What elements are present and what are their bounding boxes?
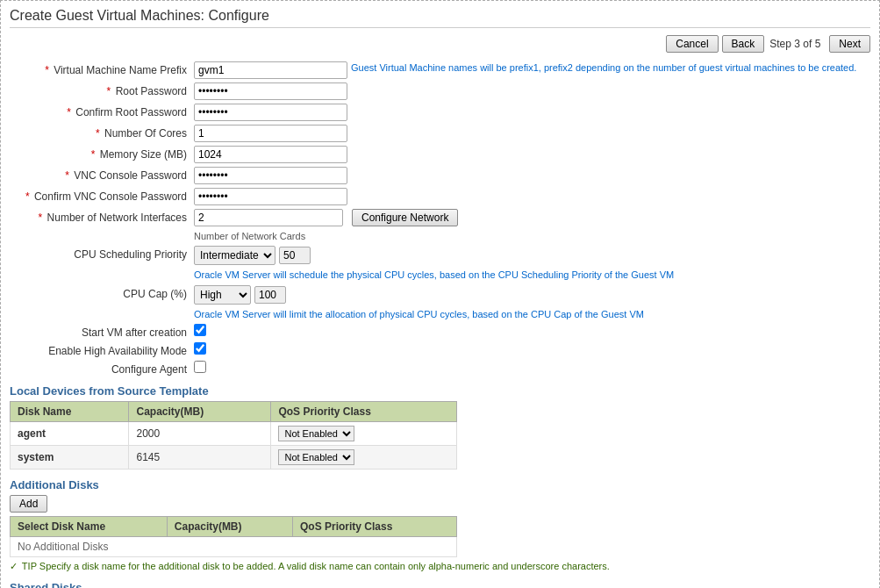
table-row: agent 2000 Not Enabled Low Normal High xyxy=(11,421,457,445)
qos-cell: Not Enabled Low Normal High xyxy=(271,445,457,469)
local-devices-table-body: agent 2000 Not Enabled Low Normal High s… xyxy=(11,421,457,469)
table-row: No Additional Disks xyxy=(11,536,457,556)
vnc-password-row: * VNC Console Password xyxy=(10,167,870,184)
start-vm-row: Start VM after creation xyxy=(10,324,870,339)
cpu-scheduling-row: CPU Scheduling Priority Low Normal Inter… xyxy=(10,246,870,265)
start-vm-label: Start VM after creation xyxy=(10,324,194,339)
page-container: Create Guest Virtual Machines: Configure… xyxy=(1,1,879,588)
num-network-cards-hint: Number of Network Cards xyxy=(194,230,720,242)
memory-size-input[interactable] xyxy=(194,146,347,163)
configure-agent-checkbox[interactable] xyxy=(194,361,206,373)
cpu-cap-select[interactable]: Low Normal High xyxy=(194,285,251,305)
local-devices-table-header: Disk Name Capacity(MB) QoS Priority Clas… xyxy=(11,401,457,421)
vnc-password-input[interactable] xyxy=(194,167,347,184)
col-disk-name: Disk Name xyxy=(11,401,129,421)
cpu-cap-num-input xyxy=(254,286,286,304)
configure-network-button[interactable]: Configure Network xyxy=(352,209,458,226)
confirm-vnc-password-input[interactable] xyxy=(194,188,347,205)
shared-disks-section: Shared Disks Add Select Shared Disk Name… xyxy=(10,581,870,588)
qos-select-agent[interactable]: Not Enabled Low Normal High xyxy=(278,426,354,441)
configure-agent-row: Configure Agent xyxy=(10,361,870,376)
additional-disks-add-button[interactable]: Add xyxy=(10,495,47,513)
col-qos: QoS Priority Class xyxy=(293,516,457,536)
num-network-interfaces-row: * Number of Network Interfaces Configure… xyxy=(10,209,870,226)
enable-ha-label: Enable High Availability Mode xyxy=(10,342,194,357)
num-network-interfaces-label: * Number of Network Interfaces xyxy=(10,209,194,224)
additional-disks-table-header: Select Disk Name Capacity(MB) QoS Priori… xyxy=(11,516,457,536)
table-row: system 6145 Not Enabled Low Normal High xyxy=(11,445,457,469)
disk-name-cell: agent xyxy=(11,421,129,445)
confirm-vnc-password-row: * Confirm VNC Console Password xyxy=(10,188,870,205)
root-password-label: * Root Password xyxy=(10,82,194,97)
tip-icon: ✓ xyxy=(10,561,18,571)
confirm-root-password-row: * Confirm Root Password xyxy=(10,104,870,121)
confirm-root-password-input[interactable] xyxy=(194,104,347,121)
top-bar: Cancel Back Step 3 of 5 Next xyxy=(10,35,870,53)
cancel-button[interactable]: Cancel xyxy=(666,35,718,53)
local-devices-section: Local Devices from Source Template Disk … xyxy=(10,384,870,470)
cpu-scheduling-group: Low Normal Intermediate High xyxy=(194,246,311,265)
disk-name-cell: system xyxy=(11,445,129,469)
cpu-scheduling-hint: Oracle VM Server will schedule the physi… xyxy=(194,269,720,281)
qos-select-system[interactable]: Not Enabled Low Normal High xyxy=(278,449,354,465)
vm-name-prefix-input[interactable] xyxy=(194,61,347,79)
col-qos: QoS Priority Class xyxy=(271,401,457,421)
num-cores-input[interactable] xyxy=(194,125,347,142)
num-cores-row: * Number Of Cores xyxy=(10,125,870,142)
col-capacity: Capacity(MB) xyxy=(167,516,292,536)
step-label: Step 3 of 5 xyxy=(769,38,820,50)
network-interfaces-group: Configure Network xyxy=(194,209,458,226)
cpu-cap-group: Low Normal High xyxy=(194,285,286,305)
root-password-row: * Root Password xyxy=(10,82,870,100)
shared-disks-title: Shared Disks xyxy=(10,581,870,588)
cpu-scheduling-num-input xyxy=(279,247,311,264)
confirm-root-password-label: * Confirm Root Password xyxy=(10,104,194,118)
memory-size-label: * Memory Size (MB) xyxy=(10,146,194,161)
vnc-password-label: * VNC Console Password xyxy=(10,167,194,182)
col-capacity: Capacity(MB) xyxy=(129,401,271,421)
confirm-vnc-password-label: * Confirm VNC Console Password xyxy=(10,188,194,203)
form-section: * Virtual Machine Name Prefix Guest Virt… xyxy=(10,61,870,376)
vm-name-hint: Guest Virtual Machine names will be pref… xyxy=(351,61,856,74)
vm-name-prefix-label: * Virtual Machine Name Prefix xyxy=(10,61,194,76)
additional-disks-table-body: No Additional Disks xyxy=(11,536,457,556)
additional-disks-title: Additional Disks xyxy=(10,478,870,491)
vm-name-prefix-row: * Virtual Machine Name Prefix Guest Virt… xyxy=(10,61,870,79)
additional-disks-section: Additional Disks Add Select Disk Name Ca… xyxy=(10,478,870,572)
col-select-disk: Select Disk Name xyxy=(11,516,168,536)
capacity-cell: 2000 xyxy=(129,421,271,445)
next-button[interactable]: Next xyxy=(829,35,870,53)
local-devices-title: Local Devices from Source Template xyxy=(10,384,870,398)
capacity-cell: 6145 xyxy=(129,445,271,469)
back-button[interactable]: Back xyxy=(722,35,765,53)
enable-ha-checkbox[interactable] xyxy=(194,342,206,355)
num-network-interfaces-input[interactable] xyxy=(194,209,343,226)
qos-cell: Not Enabled Low Normal High xyxy=(271,421,457,445)
page-title: Create Guest Virtual Machines: Configure xyxy=(10,8,870,28)
cpu-cap-label: CPU Cap (%) xyxy=(10,285,194,300)
required-star: * xyxy=(45,64,49,76)
enable-ha-row: Enable High Availability Mode xyxy=(10,342,870,357)
cpu-scheduling-select[interactable]: Low Normal Intermediate High xyxy=(194,246,275,265)
cpu-cap-hint: Oracle VM Server will limit the allocati… xyxy=(194,308,720,320)
start-vm-checkbox[interactable] xyxy=(194,324,206,336)
cpu-scheduling-label: CPU Scheduling Priority xyxy=(10,246,194,261)
additional-disks-tip: ✓ TIP Specify a disk name for the additi… xyxy=(10,561,624,572)
no-additional-disks-cell: No Additional Disks xyxy=(11,536,457,556)
configure-agent-label: Configure Agent xyxy=(10,361,194,376)
num-cores-label: * Number Of Cores xyxy=(10,125,194,140)
root-password-input[interactable] xyxy=(194,82,347,100)
cpu-cap-row: CPU Cap (%) Low Normal High xyxy=(10,285,870,305)
local-devices-table: Disk Name Capacity(MB) QoS Priority Clas… xyxy=(10,401,457,470)
additional-disks-table: Select Disk Name Capacity(MB) QoS Priori… xyxy=(10,516,457,557)
memory-size-row: * Memory Size (MB) xyxy=(10,146,870,163)
